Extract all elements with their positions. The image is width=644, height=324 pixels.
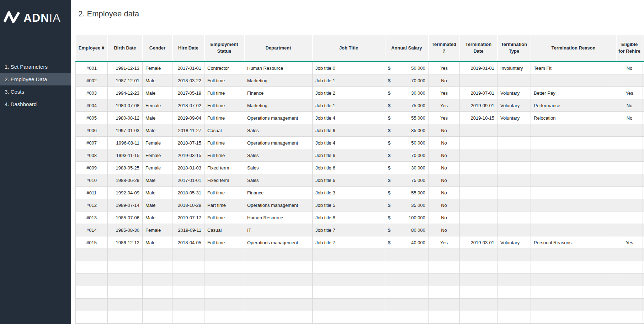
cell-annual-salary[interactable]: $35 000 — [385, 199, 429, 211]
cell-job-title[interactable]: Job title 6 — [313, 149, 385, 162]
cell-gender[interactable] — [143, 311, 172, 324]
cell-gender[interactable]: Male — [143, 87, 172, 99]
cell-department[interactable] — [244, 274, 313, 286]
cell-termination-type[interactable] — [497, 211, 531, 224]
cell-employment-status[interactable]: Full time — [204, 99, 244, 112]
cell-termination-type[interactable] — [497, 274, 531, 286]
cell-birth-date[interactable] — [108, 286, 143, 299]
cell-hire-date[interactable]: 2018-01-03 — [172, 162, 204, 174]
cell-employee-number[interactable]: #002 — [76, 74, 108, 87]
cell-termination-type[interactable] — [497, 286, 531, 299]
cell-birth-date[interactable]: 1994-12-23 — [108, 87, 143, 99]
cell-hire-date[interactable] — [172, 286, 204, 299]
cell-termination-type[interactable] — [497, 174, 531, 187]
cell-employee-number[interactable] — [76, 311, 108, 324]
cell-employee-number[interactable]: #005 — [76, 112, 108, 124]
cell-termination-date[interactable] — [460, 311, 497, 324]
cell-termination-type[interactable] — [497, 311, 531, 324]
cell-terminated[interactable]: Yes — [429, 87, 460, 99]
cell-terminated[interactable]: No — [429, 124, 460, 137]
cell-job-title[interactable]: Job title 6 — [313, 162, 385, 174]
cell-department[interactable]: Operations management — [244, 137, 313, 149]
cell-annual-salary[interactable]: $55 000 — [385, 112, 429, 124]
cell-annual-salary[interactable] — [385, 249, 429, 261]
cell-annual-salary[interactable]: $70 000 — [385, 74, 429, 87]
cell-termination-type[interactable]: Voluntary — [497, 236, 531, 249]
cell-eligible-for-rehire[interactable] — [616, 124, 643, 137]
cell-employment-status[interactable]: Contractor — [204, 62, 244, 74]
cell-department[interactable] — [244, 311, 313, 324]
cell-birth-date[interactable]: 1985-07-06 — [108, 211, 143, 224]
cell-hire-date[interactable]: 2017-01-01 — [172, 62, 204, 74]
cell-terminated[interactable] — [429, 286, 460, 299]
cell-termination-date[interactable]: 2019-03-01 — [460, 236, 497, 249]
cell-termination-date[interactable] — [460, 174, 497, 187]
cell-eligible-for-rehire[interactable] — [616, 224, 643, 236]
cell-gender[interactable]: Female — [143, 137, 172, 149]
cell-department[interactable]: Sales — [244, 174, 313, 187]
cell-hire-date[interactable]: 2018-11-27 — [172, 124, 204, 137]
cell-employment-status[interactable] — [204, 249, 244, 261]
cell-terminated[interactable]: Yes — [429, 62, 460, 74]
cell-job-title[interactable]: Job title 7 — [313, 236, 385, 249]
cell-birth-date[interactable]: 1980-08-12 — [108, 112, 143, 124]
cell-job-title[interactable]: Job title 5 — [313, 199, 385, 211]
cell-birth-date[interactable]: 1997-01-03 — [108, 124, 143, 137]
cell-birth-date[interactable]: 1987-12-01 — [108, 74, 143, 87]
cell-eligible-for-rehire[interactable]: No — [616, 112, 643, 124]
cell-birth-date[interactable]: 1980-07-08 — [108, 99, 143, 112]
cell-employment-status[interactable] — [204, 286, 244, 299]
cell-termination-type[interactable] — [497, 261, 531, 274]
cell-gender[interactable]: Male — [143, 112, 172, 124]
cell-employment-status[interactable]: Full time — [204, 87, 244, 99]
cell-terminated[interactable] — [429, 274, 460, 286]
cell-department[interactable] — [244, 299, 313, 311]
cell-employee-number[interactable] — [76, 286, 108, 299]
cell-terminated[interactable] — [429, 249, 460, 261]
cell-department[interactable]: Human Resource — [244, 211, 313, 224]
cell-employment-status[interactable]: Full time — [204, 149, 244, 162]
cell-annual-salary[interactable] — [385, 274, 429, 286]
cell-hire-date[interactable]: 2017-01-01 — [172, 174, 204, 187]
cell-termination-type[interactable]: Involuntary — [497, 62, 531, 74]
cell-gender[interactable]: Male — [143, 74, 172, 87]
sidebar-item-4-dashboard[interactable]: 4. Dashboard — [0, 98, 71, 110]
cell-termination-reason[interactable] — [531, 187, 616, 199]
cell-hire-date[interactable]: 2018-07-15 — [172, 137, 204, 149]
cell-termination-date[interactable] — [460, 249, 497, 261]
cell-hire-date[interactable]: 2018-03-22 — [172, 74, 204, 87]
cell-termination-reason[interactable] — [531, 299, 616, 311]
cell-employment-status[interactable] — [204, 311, 244, 324]
cell-eligible-for-rehire[interactable] — [616, 299, 643, 311]
cell-job-title[interactable]: Job title 0 — [313, 62, 385, 74]
cell-birth-date[interactable]: 1992-04-09 — [108, 187, 143, 199]
cell-termination-reason[interactable]: Personal Reasons — [531, 236, 616, 249]
cell-birth-date[interactable]: 1986-12-12 — [108, 236, 143, 249]
cell-employee-number[interactable]: #013 — [76, 211, 108, 224]
cell-hire-date[interactable]: 2019-09-04 — [172, 112, 204, 124]
cell-termination-date[interactable] — [460, 162, 497, 174]
cell-terminated[interactable]: No — [429, 74, 460, 87]
cell-birth-date[interactable]: 1989-07-14 — [108, 199, 143, 211]
cell-termination-date[interactable] — [460, 211, 497, 224]
cell-birth-date[interactable]: 1988-06-29 — [108, 174, 143, 187]
cell-gender[interactable] — [143, 299, 172, 311]
cell-annual-salary[interactable]: $75 000 — [385, 99, 429, 112]
cell-termination-date[interactable] — [460, 299, 497, 311]
cell-department[interactable]: Human Resource — [244, 62, 313, 74]
cell-terminated[interactable]: No — [429, 211, 460, 224]
cell-job-title[interactable] — [313, 261, 385, 274]
cell-department[interactable]: Operations management — [244, 236, 313, 249]
cell-eligible-for-rehire[interactable] — [616, 261, 643, 274]
cell-termination-reason[interactable]: Team Fit — [531, 62, 616, 74]
cell-department[interactable]: Operations management — [244, 199, 313, 211]
cell-termination-type[interactable] — [497, 137, 531, 149]
cell-department[interactable]: Finance — [244, 187, 313, 199]
cell-birth-date[interactable] — [108, 311, 143, 324]
cell-job-title[interactable]: Job title 1 — [313, 99, 385, 112]
cell-eligible-for-rehire[interactable]: No — [616, 62, 643, 74]
cell-employment-status[interactable]: Fixed term — [204, 162, 244, 174]
cell-eligible-for-rehire[interactable]: Yes — [616, 87, 643, 99]
cell-terminated[interactable]: No — [429, 149, 460, 162]
cell-department[interactable]: Operations management — [244, 112, 313, 124]
